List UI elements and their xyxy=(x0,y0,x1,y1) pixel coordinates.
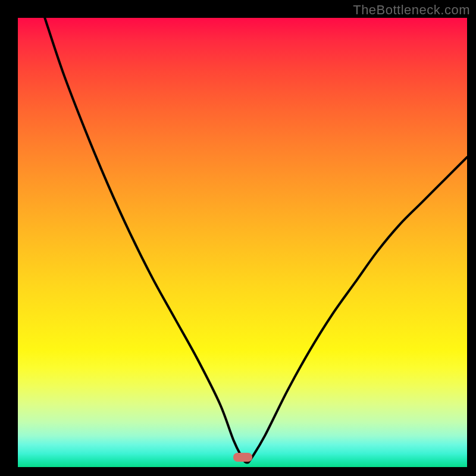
optimal-point-marker xyxy=(233,453,252,462)
attribution-text: TheBottleneck.com xyxy=(353,2,470,18)
chart-plot-area xyxy=(18,18,467,467)
bottleneck-curve xyxy=(18,18,467,467)
